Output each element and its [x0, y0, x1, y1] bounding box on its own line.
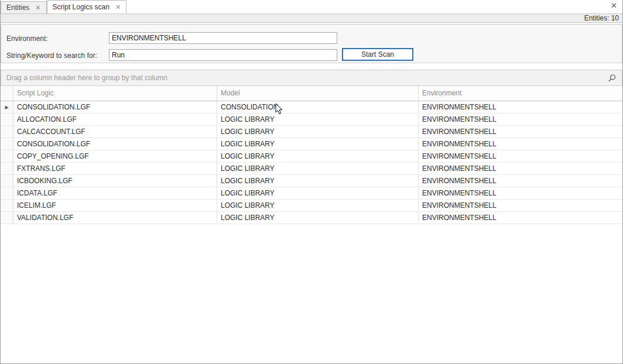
cell-model[interactable]: LOGIC LIBRARY	[217, 150, 419, 162]
keyword-label: String/Keyword to search for:	[6, 51, 97, 60]
cell-script-logic[interactable]: CONSOLIDATION.LGF	[13, 138, 217, 150]
row-indicator	[1, 150, 13, 162]
cell-script-logic[interactable]: VALIDATION.LGF	[13, 212, 217, 224]
cell-model[interactable]: LOGIC LIBRARY	[217, 114, 419, 125]
row-indicator	[1, 175, 13, 187]
tab-entities-label: Entities	[6, 4, 29, 12]
table-row[interactable]: CONSOLIDATION.LGFLOGIC LIBRARYENVIRONMEN…	[1, 138, 622, 150]
cell-environment[interactable]: ENVIRONMENTSHELL	[419, 126, 622, 138]
start-scan-button[interactable]: Start Scan	[342, 48, 413, 61]
environment-input[interactable]	[109, 32, 337, 44]
table-row[interactable]: COPY_OPENING.LGFLOGIC LIBRARYENVIRONMENT…	[1, 150, 622, 163]
close-icon[interactable]: ✕	[611, 2, 617, 9]
search-icon[interactable]	[608, 74, 617, 83]
cell-environment[interactable]: ENVIRONMENTSHELL	[419, 200, 622, 211]
cell-environment[interactable]: ENVIRONMENTSHELL	[419, 212, 622, 224]
cell-environment[interactable]: ENVIRONMENTSHELL	[419, 163, 622, 174]
grid-header-row: Script Logic Model Environment	[1, 86, 622, 101]
cell-model[interactable]: LOGIC LIBRARY	[217, 212, 419, 224]
tab-bar: Entities ✕ Script Logics scan ✕ ✕	[1, 0, 622, 13]
status-bar: Entities: 10	[1, 13, 622, 23]
cell-script-logic[interactable]: FXTRANS.LGF	[13, 163, 217, 174]
row-indicator	[1, 114, 13, 125]
environment-label: Environment:	[6, 35, 48, 43]
row-indicator	[1, 200, 13, 211]
cell-model[interactable]: CONSOLIDATION	[217, 101, 419, 113]
cell-environment[interactable]: ENVIRONMENTSHELL	[419, 101, 622, 113]
row-indicator	[1, 212, 13, 224]
group-by-panel[interactable]: Drag a column header here to group by th…	[1, 70, 622, 86]
group-by-hint-text: Drag a column header here to group by th…	[6, 74, 167, 82]
cell-environment[interactable]: ENVIRONMENTSHELL	[419, 187, 622, 199]
table-row[interactable]: ▶CONSOLIDATION.LGFCONSOLIDATIONENVIRONME…	[1, 101, 622, 114]
table-row[interactable]: CALCACCOUNT.LGFLOGIC LIBRARYENVIRONMENTS…	[1, 126, 622, 138]
column-header-script-logic[interactable]: Script Logic	[13, 86, 217, 101]
table-row[interactable]: ICDATA.LGFLOGIC LIBRARYENVIRONMENTSHELL	[1, 187, 622, 200]
column-header-model[interactable]: Model	[217, 86, 419, 101]
row-indicator-header	[1, 86, 13, 101]
cell-script-logic[interactable]: CONSOLIDATION.LGF	[13, 101, 217, 113]
cell-script-logic[interactable]: COPY_OPENING.LGF	[13, 150, 217, 162]
cell-script-logic[interactable]: ICELIM.LGF	[13, 200, 217, 211]
cell-model[interactable]: LOGIC LIBRARY	[217, 175, 419, 187]
table-row[interactable]: VALIDATION.LGFLOGIC LIBRARYENVIRONMENTSH…	[1, 212, 622, 224]
row-indicator	[1, 138, 13, 150]
table-row[interactable]: ALLOCATION.LGFLOGIC LIBRARYENVIRONMENTSH…	[1, 114, 622, 126]
app-window: Entities ✕ Script Logics scan ✕ ✕ Entiti…	[0, 0, 623, 364]
cell-script-logic[interactable]: ALLOCATION.LGF	[13, 114, 217, 125]
row-indicator	[1, 126, 13, 138]
tab-script-logics-scan-label: Script Logics scan	[53, 3, 109, 11]
cell-environment[interactable]: ENVIRONMENTSHELL	[419, 175, 622, 187]
cell-environment[interactable]: ENVIRONMENTSHELL	[419, 138, 622, 150]
cell-script-logic[interactable]: CALCACCOUNT.LGF	[13, 126, 217, 138]
cell-script-logic[interactable]: ICBOOKING.LGF	[13, 175, 217, 187]
tab-script-logics-scan-close-icon[interactable]: ✕	[115, 4, 121, 11]
table-row[interactable]: ICBOOKING.LGFLOGIC LIBRARYENVIRONMENTSHE…	[1, 175, 622, 187]
entities-count-label: Entities: 10	[584, 14, 619, 22]
cell-environment[interactable]: ENVIRONMENTSHELL	[419, 114, 622, 125]
cell-model[interactable]: LOGIC LIBRARY	[217, 187, 419, 199]
table-row[interactable]: ICELIM.LGFLOGIC LIBRARYENVIRONMENTSHELL	[1, 200, 622, 212]
row-indicator: ▶	[1, 101, 13, 113]
mouse-cursor	[275, 103, 283, 115]
tab-entities-close-icon[interactable]: ✕	[35, 5, 40, 11]
scan-form-panel: Environment: String/Keyword to search fo…	[1, 24, 622, 63]
cell-environment[interactable]: ENVIRONMENTSHELL	[419, 150, 622, 162]
row-indicator	[1, 187, 13, 199]
tab-entities[interactable]: Entities ✕	[1, 1, 47, 13]
tab-script-logics-scan[interactable]: Script Logics scan ✕	[47, 0, 127, 13]
cell-model[interactable]: LOGIC LIBRARY	[217, 163, 419, 174]
cell-model[interactable]: LOGIC LIBRARY	[217, 138, 419, 150]
cell-model[interactable]: LOGIC LIBRARY	[217, 200, 419, 211]
cell-script-logic[interactable]: ICDATA.LGF	[13, 187, 217, 199]
column-header-environment[interactable]: Environment	[419, 86, 622, 101]
cell-model[interactable]: LOGIC LIBRARY	[217, 126, 419, 138]
grid-rows: ▶CONSOLIDATION.LGFCONSOLIDATIONENVIRONME…	[1, 101, 622, 224]
table-row[interactable]: FXTRANS.LGFLOGIC LIBRARYENVIRONMENTSHELL	[1, 163, 622, 175]
keyword-input[interactable]	[109, 49, 337, 61]
row-indicator	[1, 163, 13, 174]
current-row-arrow-icon: ▶	[5, 105, 8, 110]
